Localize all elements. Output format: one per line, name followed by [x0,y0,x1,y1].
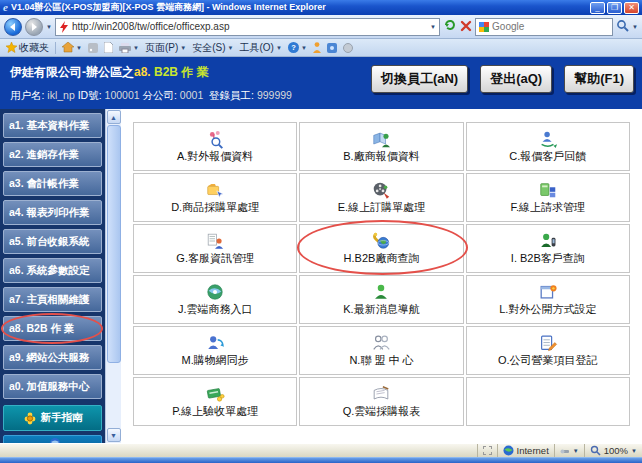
home-button[interactable]: ▼ [62,42,82,53]
receipt-card-icon [205,384,225,404]
svg-text:?: ? [291,43,296,52]
page-read-button[interactable] [104,42,113,53]
vendor-quote-icon [371,129,391,149]
grid-item-p-online-receiving[interactable]: P.線上驗收單處理 [133,377,297,426]
page-icon [104,42,113,53]
zoom-level: 100% [604,445,628,456]
grid-item-empty [466,377,630,426]
google-logo-icon [479,22,489,32]
main-panel: A.對外報價資料 B.廠商報價資料 C.報價客戶回饋 [121,109,642,443]
sidebar-item-a6[interactable]: a6. 系統參數設定 [3,258,102,283]
navigation-bar: ▼ ▼ ▼ [0,15,642,39]
grid-item-g-service-info[interactable]: G.客服資訊管理 [133,224,297,273]
grid-item-l-public-settings[interactable]: L.對外公開方式設定 [466,275,630,324]
function-grid: A.對外報價資料 B.廠商報價資料 C.報價客戶回饋 [133,122,630,426]
report-book-icon [371,384,391,404]
grid-item-i-b2b-customer-query[interactable]: I. B2B客戶查詢 [466,224,630,273]
news-person-icon [371,282,391,302]
status-message-pane [0,444,477,457]
scrollbar-track[interactable] [107,125,121,427]
grid-item-m-shop-sync[interactable]: M.購物網同步 [133,326,297,375]
grid-item-a-external-quotes[interactable]: A.對外報價資料 [133,122,297,171]
minimize-button[interactable]: _ [590,2,605,14]
help-button[interactable]: 幫助(F1) [564,65,634,93]
publish-settings-icon [538,282,558,302]
grid-item-e-online-orders[interactable]: E.線上訂購單處理 [299,173,463,222]
service-info-icon [205,231,225,251]
sidebar-item-a4[interactable]: a4. 報表列印作業 [3,200,102,225]
back-icon[interactable] [4,18,22,36]
page-menu[interactable]: 页面(P)▼ [145,41,186,55]
help-menu[interactable]: ? ▼ [288,42,307,53]
feed-button[interactable] [88,43,98,53]
sidebar-item-partial[interactable] [3,435,102,443]
sidebar-item-a5[interactable]: a5. 前台收銀系統 [3,229,102,254]
address-dropdown-icon[interactable]: ▼ [430,24,436,30]
favorites-star-icon [6,42,17,53]
sidebar-item-a0[interactable]: a0. 加值服務中心 [3,374,102,399]
history-dropdown-icon[interactable]: ▼ [46,24,52,30]
scroll-down-icon[interactable]: ▼ [107,428,121,442]
status-zone-pane: Internet [497,444,554,457]
zoom-dropdown-icon[interactable]: ▼ [631,448,637,454]
purchase-order-icon [205,180,225,200]
status-protected-pane[interactable]: ▼ [554,444,584,457]
zoom-icon [590,445,601,456]
print-icon [119,43,131,53]
address-input[interactable] [72,21,427,32]
online-order-icon [371,180,391,200]
forward-icon[interactable] [25,18,43,36]
sidebar-item-a1[interactable]: a1. 基本資料作業 [3,113,102,138]
print-button[interactable]: ▼ [119,43,139,53]
refresh-icon[interactable] [443,18,457,36]
sidebar-item-a9[interactable]: a9. 網站公共服務 [3,345,102,370]
user-id: 100001 [105,89,140,101]
sidebar-scrollbar[interactable]: ▲ ▼ [105,109,121,443]
user-name: ikl_np [47,89,74,101]
quote-search-icon [205,129,225,149]
sidebar-item-a8-b2b[interactable]: a8. B2B 作 業 [3,316,102,341]
sidebar-item-a7[interactable]: a7. 主頁相關維護 [3,287,102,312]
sidebar-item-a2[interactable]: a2. 進銷存作業 [3,142,102,167]
grid-item-j-cloud-portal[interactable]: J.雲端商務入口 [133,275,297,324]
status-zoom-pane[interactable]: 100% ▼ [584,444,642,457]
address-bar[interactable]: ▼ [55,18,440,36]
grid-item-q-cloud-purchase-reports[interactable]: Q.雲端採購報表 [299,377,463,426]
search-options-dropdown-icon[interactable]: ▼ [632,24,638,30]
scrollbar-thumb[interactable] [107,125,121,363]
grid-item-c-quote-feedback[interactable]: C.報價客戶回饋 [466,122,630,171]
addon-button-2[interactable] [327,43,337,53]
customer-feedback-icon [538,129,558,149]
sidebar-item-a3[interactable]: a3. 會計帳作業 [3,171,102,196]
grid-item-b-vendor-quotes[interactable]: B.廠商報價資料 [299,122,463,171]
header-buttons: 切換員工(aN) 登出(aQ) 幫助(F1) [371,65,634,93]
addon-button-1[interactable] [313,42,321,53]
tools-menu[interactable]: 工具(O)▼ [240,41,282,55]
search-input[interactable] [492,21,609,32]
switch-employee-button[interactable]: 切換員工(aN) [371,65,468,93]
login-employee: 999999 [257,89,292,101]
status-bar: Internet ▼ 100% ▼ [0,443,642,457]
grid-item-k-latest-news[interactable]: K.最新消息導航 [299,275,463,324]
grid-item-d-purchase-orders[interactable]: D.商品採購單處理 [133,173,297,222]
security-menu[interactable]: 安全(S)▼ [192,41,233,55]
logout-button[interactable]: 登出(aQ) [480,65,552,93]
dashed-box-icon [483,446,492,455]
addon-button-3[interactable] [343,43,353,53]
grid-item-f-online-requests[interactable]: F.線上請求管理 [466,173,630,222]
site-favicon [59,21,69,33]
grid-item-h-b2b-vendor-query[interactable]: H.B2B廠商查詢 [299,224,463,273]
close-button[interactable]: ✕ [624,2,639,14]
protected-dropdown-icon[interactable]: ▼ [573,448,579,454]
sidebar-item-beginner-guide[interactable]: 新手指南 [3,405,102,431]
stop-icon[interactable] [460,18,472,36]
favorites-button[interactable]: 收藏夹 [6,41,49,55]
grid-item-o-business-registration[interactable]: O.公司營業項目登記 [466,326,630,375]
search-magnifier-icon[interactable] [616,18,629,36]
restore-button[interactable]: ❐ [607,2,622,14]
taskbar-edge [0,457,642,463]
grid-item-n-alliance-center[interactable]: N.聯 盟 中 心 [299,326,463,375]
scroll-up-icon[interactable]: ▲ [107,110,121,124]
search-box[interactable] [475,18,613,36]
sync-person-icon [205,333,225,353]
